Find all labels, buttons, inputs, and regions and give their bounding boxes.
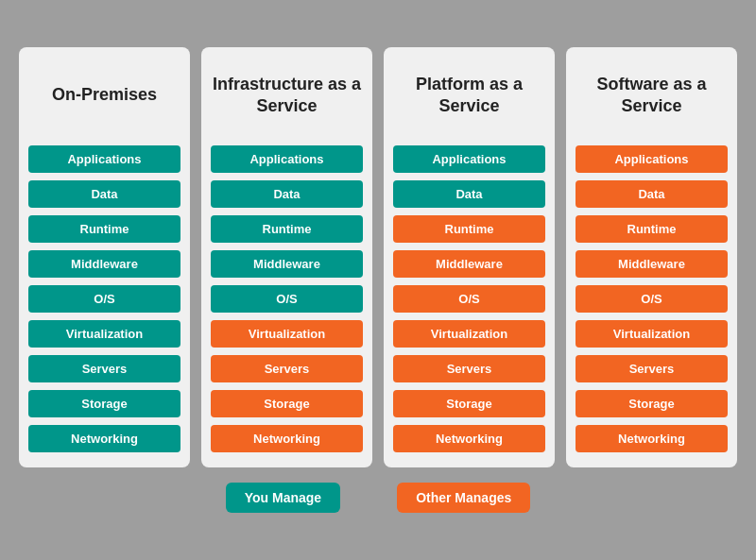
item-badge-iaas-3: Middleware	[211, 250, 363, 278]
item-badge-iaas-8: Networking	[211, 425, 363, 452]
legend-row: You ManageOther Manages	[19, 483, 737, 513]
item-badge-iaas-2: Runtime	[211, 215, 363, 243]
item-badge-iaas-7: Storage	[211, 390, 363, 417]
item-badge-paas-1: Data	[393, 180, 545, 208]
column-title-saas: Software as a Service	[576, 62, 728, 128]
item-badge-saas-6: Servers	[576, 355, 728, 382]
column-saas: Software as a ServiceApplicationsDataRun…	[566, 47, 737, 467]
item-badge-paas-0: Applications	[393, 145, 545, 173]
item-badge-saas-8: Networking	[576, 425, 728, 452]
column-title-paas: Platform as a Service	[393, 62, 545, 128]
columns-row: On-PremisesApplicationsDataRuntimeMiddle…	[19, 47, 737, 467]
column-on-premises: On-PremisesApplicationsDataRuntimeMiddle…	[19, 47, 190, 467]
item-badge-paas-8: Networking	[393, 425, 545, 452]
item-badge-on-premises-1: Data	[28, 180, 180, 208]
item-badge-saas-0: Applications	[576, 145, 728, 173]
item-badge-saas-1: Data	[576, 180, 728, 208]
item-badge-saas-3: Middleware	[576, 250, 728, 278]
you-manage-badge: You Manage	[226, 483, 340, 513]
item-badge-saas-7: Storage	[576, 390, 728, 417]
column-title-iaas: Infrastructure as a Service	[211, 62, 363, 128]
item-badge-on-premises-0: Applications	[28, 145, 180, 173]
item-badge-on-premises-6: Servers	[28, 355, 180, 382]
item-badge-on-premises-8: Networking	[28, 425, 180, 452]
item-badge-iaas-0: Applications	[211, 145, 363, 173]
column-iaas: Infrastructure as a ServiceApplicationsD…	[201, 47, 372, 467]
item-badge-paas-7: Storage	[393, 390, 545, 417]
item-badge-on-premises-4: O/S	[28, 285, 180, 313]
item-badge-paas-5: Virtualization	[393, 320, 545, 348]
column-title-on-premises: On-Premises	[52, 62, 157, 128]
item-badge-paas-6: Servers	[393, 355, 545, 382]
item-badge-paas-2: Runtime	[393, 215, 545, 243]
item-badge-iaas-6: Servers	[211, 355, 363, 382]
column-paas: Platform as a ServiceApplicationsDataRun…	[384, 47, 555, 467]
item-badge-on-premises-7: Storage	[28, 390, 180, 417]
item-badge-paas-4: O/S	[393, 285, 545, 313]
item-badge-iaas-1: Data	[211, 180, 363, 208]
item-badge-on-premises-5: Virtualization	[28, 320, 180, 348]
other-manages-badge: Other Manages	[397, 483, 530, 513]
item-badge-paas-3: Middleware	[393, 250, 545, 278]
item-badge-saas-2: Runtime	[576, 215, 728, 243]
item-badge-saas-5: Virtualization	[576, 320, 728, 348]
item-badge-iaas-5: Virtualization	[211, 320, 363, 348]
main-container: On-PremisesApplicationsDataRuntimeMiddle…	[19, 32, 737, 528]
item-badge-iaas-4: O/S	[211, 285, 363, 313]
item-badge-saas-4: O/S	[576, 285, 728, 313]
item-badge-on-premises-3: Middleware	[28, 250, 180, 278]
item-badge-on-premises-2: Runtime	[28, 215, 180, 243]
